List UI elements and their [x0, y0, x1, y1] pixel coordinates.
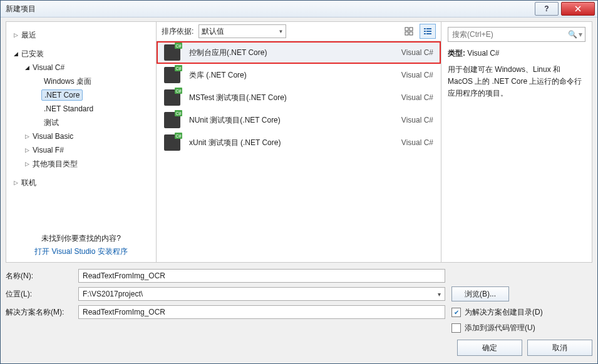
- solution-name-label: 解决方案名称(M):: [6, 307, 72, 318]
- solution-name-input[interactable]: ReadTextFromImg_OCR: [78, 305, 445, 319]
- tree-visual-csharp[interactable]: ◢Visual C#: [21, 61, 152, 74]
- details-pane: 🔍 ▾ 类型: Visual C# 用于创建可在 Windows、Linux 和…: [441, 22, 592, 262]
- template-center-pane: 排序依据: 默认值 ▼ C#控制台应用(.NET Core)Vis: [157, 22, 441, 262]
- template-row[interactable]: C#xUnit 测试项目 (.NET Core)Visual C#: [157, 131, 441, 154]
- svg-rect-2: [405, 32, 408, 35]
- template-icon: C#: [164, 112, 180, 128]
- template-tree-pane: ▷最近 ◢已安装 ◢Visual C# Windows 桌面 .NET Core…: [6, 22, 157, 262]
- svg-rect-6: [424, 31, 426, 32]
- search-box[interactable]: 🔍 ▾: [448, 27, 585, 42]
- csharp-badge-icon: C#: [175, 110, 182, 116]
- template-lang: Visual C#: [401, 116, 433, 124]
- csharp-badge-icon: C#: [175, 88, 182, 94]
- tree-recent[interactable]: ▷最近: [10, 28, 152, 42]
- clear-icon: ▾: [579, 30, 582, 39]
- template-row[interactable]: C#NUnit 测试项目(.NET Core)Visual C#: [157, 109, 441, 131]
- location-input[interactable]: F:\VS2017project\ ▾: [78, 287, 445, 301]
- template-icon: C#: [164, 134, 180, 151]
- checkbox-unchecked-icon: [451, 323, 461, 333]
- chevron-down-icon: ▾: [438, 291, 441, 298]
- type-row: 类型: Visual C#: [448, 48, 585, 59]
- search-icon: 🔍: [568, 30, 577, 39]
- tree-installed[interactable]: ◢已安装: [10, 47, 152, 61]
- template-lang: Visual C#: [401, 71, 433, 79]
- template-lang: Visual C#: [401, 93, 433, 102]
- not-found-label: 未找到你要查找的内容?: [6, 233, 156, 244]
- cancel-button[interactable]: 取消: [527, 340, 592, 356]
- svg-rect-0: [405, 28, 408, 31]
- ok-button[interactable]: 确定: [457, 340, 522, 356]
- template-toolbar: 排序依据: 默认值 ▼: [157, 22, 441, 41]
- template-list: C#控制台应用(.NET Core)Visual C#C#类库 (.NET Co…: [157, 41, 441, 262]
- template-description: 用于创建可在 Windows、Linux 和 MacOS 上的 .NET Cor…: [448, 64, 585, 100]
- template-row[interactable]: C#MSTest 测试项目(.NET Core)Visual C#: [157, 86, 441, 109]
- svg-rect-9: [426, 33, 431, 34]
- template-name: xUnit 测试项目 (.NET Core): [189, 138, 393, 148]
- template-name: MSTest 测试项目(.NET Core): [189, 93, 393, 103]
- close-icon: [575, 6, 581, 12]
- template-icon: C#: [164, 89, 180, 106]
- upper-area: ▷最近 ◢已安装 ◢Visual C# Windows 桌面 .NET Core…: [6, 21, 592, 263]
- browse-button[interactable]: 浏览(B)...: [451, 286, 509, 301]
- new-project-dialog: 新建项目 ? ▷最近 ◢已安装 ◢Visual C# Windows 桌面 .N…: [0, 0, 598, 364]
- sort-label: 排序依据:: [162, 26, 193, 37]
- tree-test[interactable]: 测试: [33, 116, 152, 129]
- csharp-badge-icon: C#: [175, 133, 182, 139]
- svg-rect-7: [426, 31, 431, 32]
- tree-other-types[interactable]: ▷其他项目类型: [21, 157, 152, 171]
- open-installer-link[interactable]: 打开 Visual Studio 安装程序: [34, 247, 128, 256]
- location-label: 位置(L):: [6, 289, 72, 300]
- tree-visual-fsharp[interactable]: ▷Visual F#: [21, 143, 152, 157]
- help-button[interactable]: ?: [535, 2, 559, 16]
- dialog-content: ▷最近 ◢已安装 ◢Visual C# Windows 桌面 .NET Core…: [1, 18, 597, 363]
- svg-rect-1: [410, 28, 413, 31]
- tree-visual-basic[interactable]: ▷Visual Basic: [21, 129, 152, 143]
- tree-windows-desktop[interactable]: Windows 桌面: [33, 74, 152, 88]
- name-label: 名称(N):: [6, 271, 72, 281]
- add-source-control-checkbox[interactable]: 添加到源代码管理(U): [451, 323, 535, 333]
- template-name: 类库 (.NET Core): [189, 70, 393, 81]
- create-dir-checkbox[interactable]: ✔ 为解决方案创建目录(D): [451, 307, 543, 318]
- svg-rect-5: [426, 28, 431, 29]
- template-name: 控制台应用(.NET Core): [189, 48, 393, 58]
- template-lang: Visual C#: [401, 48, 433, 57]
- list-icon: [423, 27, 432, 36]
- window-title: 新建项目: [6, 4, 535, 14]
- view-list-button[interactable]: [420, 24, 436, 39]
- checkbox-checked-icon: ✔: [451, 308, 461, 317]
- form-area: 名称(N): ReadTextFromImg_OCR 位置(L): F:\VS2…: [6, 269, 592, 356]
- csharp-badge-icon: C#: [175, 43, 182, 49]
- grid-icon: [405, 27, 413, 36]
- template-row[interactable]: C#类库 (.NET Core)Visual C#: [157, 64, 441, 86]
- tree-net-standard[interactable]: .NET Standard: [33, 102, 152, 116]
- close-button[interactable]: [561, 2, 595, 16]
- template-lang: Visual C#: [401, 138, 433, 147]
- template-row[interactable]: C#控制台应用(.NET Core)Visual C#: [157, 41, 441, 64]
- titlebar: 新建项目 ?: [1, 1, 597, 18]
- dialog-footer: 确定 取消: [6, 340, 592, 356]
- tree-online[interactable]: ▷联机: [10, 176, 152, 190]
- search-input[interactable]: [451, 29, 568, 39]
- sort-combo[interactable]: 默认值 ▼: [198, 24, 286, 38]
- name-input[interactable]: ReadTextFromImg_OCR: [78, 269, 445, 283]
- type-value: Visual C#: [467, 49, 499, 58]
- svg-rect-8: [424, 33, 426, 34]
- svg-rect-4: [424, 28, 426, 29]
- template-icon: C#: [164, 44, 180, 61]
- csharp-badge-icon: C#: [175, 65, 182, 71]
- type-label: 类型:: [448, 49, 465, 58]
- svg-rect-3: [410, 32, 413, 35]
- chevron-down-icon: ▼: [278, 29, 283, 34]
- template-icon: C#: [164, 67, 180, 83]
- view-grid-button[interactable]: [401, 24, 417, 39]
- tree-net-core[interactable]: .NET Core: [33, 88, 152, 102]
- template-name: NUnit 测试项目(.NET Core): [189, 115, 393, 126]
